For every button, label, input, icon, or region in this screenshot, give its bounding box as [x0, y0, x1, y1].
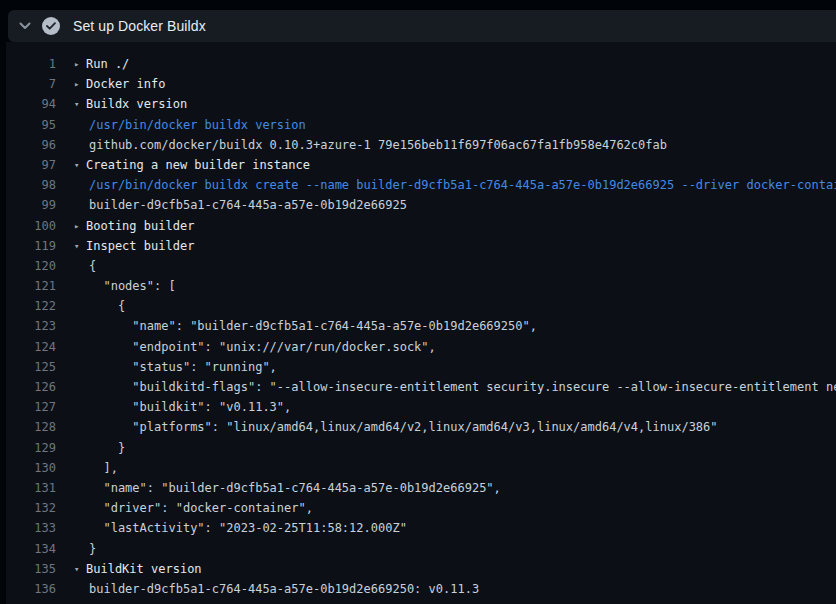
line-number[interactable]: 96 — [6, 135, 56, 155]
log-line: 130 ], — [6, 458, 836, 478]
log-command-text: /usr/bin/docker buildx version — [74, 115, 836, 135]
log-line: 129 } — [6, 438, 836, 458]
log-line: 126 "buildkitd-flags": "--allow-insecure… — [6, 377, 836, 397]
line-number[interactable]: 128 — [6, 417, 56, 437]
line-number[interactable]: 125 — [6, 357, 56, 377]
line-number[interactable]: 134 — [6, 539, 56, 559]
line-number[interactable]: 97 — [6, 155, 56, 175]
line-number[interactable]: 120 — [6, 256, 56, 276]
log-output-text: "endpoint": "unix:///var/run/docker.sock… — [74, 337, 836, 357]
chevron-right-icon: ▸ — [74, 54, 86, 74]
check-circle-icon — [42, 17, 60, 35]
log-group-toggle[interactable]: ▾Buildx version — [74, 94, 836, 114]
line-number[interactable]: 122 — [6, 296, 56, 316]
log-output-text: "name": "builder-d9cfb5a1-c764-445a-a57e… — [74, 316, 836, 336]
log-output-text: "lastActivity": "2023-02-25T11:58:12.000… — [74, 518, 836, 538]
log-container: 1▸Run ./7▸Docker info94▾Buildx version95… — [6, 42, 836, 604]
line-number[interactable]: 99 — [6, 195, 56, 215]
line-number[interactable]: 130 — [6, 458, 56, 478]
line-number[interactable]: 119 — [6, 236, 56, 256]
log-line: 96github.com/docker/buildx 0.10.3+azure-… — [6, 135, 836, 155]
line-number[interactable]: 131 — [6, 478, 56, 498]
line-number[interactable]: 136 — [6, 579, 56, 599]
log-group-title: Buildx version — [86, 97, 187, 111]
log-output-text: "buildkitd-flags": "--allow-insecure-ent… — [74, 377, 836, 397]
log-line: 98/usr/bin/docker buildx create --name b… — [6, 175, 836, 195]
log-output-text: "name": "builder-d9cfb5a1-c764-445a-a57e… — [74, 478, 836, 498]
log-line: 97▾Creating a new builder instance — [6, 155, 836, 175]
chevron-right-icon: ▸ — [74, 74, 86, 94]
log-output-text: { — [74, 296, 836, 316]
log-line: 7▸Docker info — [6, 74, 836, 94]
log-line: 128 "platforms": "linux/amd64,linux/amd6… — [6, 417, 836, 437]
step-title: Set up Docker Buildx — [73, 18, 206, 34]
log-line: 1▸Run ./ — [6, 54, 836, 74]
log-line: 135▾BuildKit version — [6, 559, 836, 579]
log-line: 131 "name": "builder-d9cfb5a1-c764-445a-… — [6, 478, 836, 498]
line-number[interactable]: 133 — [6, 518, 56, 538]
log-group-toggle[interactable]: ▾Creating a new builder instance — [74, 155, 836, 175]
line-number[interactable]: 98 — [6, 175, 56, 195]
log-line: 123 "name": "builder-d9cfb5a1-c764-445a-… — [6, 316, 836, 336]
line-number[interactable]: 95 — [6, 115, 56, 135]
log-line: 134} — [6, 539, 836, 559]
line-number[interactable]: 135 — [6, 559, 56, 579]
log-group-toggle[interactable]: ▸Run ./ — [74, 54, 836, 74]
log-line: 127 "buildkit": "v0.11.3", — [6, 397, 836, 417]
line-number[interactable]: 94 — [6, 94, 56, 114]
log-output-text: "platforms": "linux/amd64,linux/amd64/v2… — [74, 417, 836, 437]
log-output-text: { — [74, 256, 836, 276]
log-output-text: "driver": "docker-container", — [74, 498, 836, 518]
log-group-title: Creating a new builder instance — [86, 158, 310, 172]
log-group-title: BuildKit version — [86, 562, 202, 576]
log-line: 125 "status": "running", — [6, 357, 836, 377]
log-line: 100▸Booting builder — [6, 216, 836, 236]
log-group-title: Run ./ — [86, 57, 129, 71]
line-number[interactable]: 124 — [6, 337, 56, 357]
log-output-text: "buildkit": "v0.11.3", — [74, 397, 836, 417]
log-command-text: /usr/bin/docker buildx create --name bui… — [74, 175, 836, 195]
line-number[interactable]: 126 — [6, 377, 56, 397]
log-output-text: } — [74, 539, 836, 559]
log-output-text: builder-d9cfb5a1-c764-445a-a57e-0b19d2e6… — [74, 579, 836, 599]
log-output-text: ], — [74, 458, 836, 478]
line-number[interactable]: 127 — [6, 397, 56, 417]
log-line: 99builder-d9cfb5a1-c764-445a-a57e-0b19d2… — [6, 195, 836, 215]
log-line: 94▾Buildx version — [6, 94, 836, 114]
log-line: 132 "driver": "docker-container", — [6, 498, 836, 518]
line-number[interactable]: 100 — [6, 216, 56, 236]
log-group-toggle[interactable]: ▸Docker info — [74, 74, 836, 94]
log-output-text: } — [74, 438, 836, 458]
log-line: 136builder-d9cfb5a1-c764-445a-a57e-0b19d… — [6, 579, 836, 599]
log-group-toggle[interactable]: ▾BuildKit version — [74, 559, 836, 579]
log-line: 122 { — [6, 296, 836, 316]
step-header[interactable]: Set up Docker Buildx — [8, 10, 836, 42]
line-number[interactable]: 129 — [6, 438, 56, 458]
log-output-text: "nodes": [ — [74, 276, 836, 296]
chevron-down-icon[interactable] — [8, 22, 42, 30]
log-line: 124 "endpoint": "unix:///var/run/docker.… — [6, 337, 836, 357]
line-number[interactable]: 123 — [6, 316, 56, 336]
line-number[interactable]: 132 — [6, 498, 56, 518]
line-number[interactable]: 1 — [6, 54, 56, 74]
chevron-down-icon: ▾ — [74, 236, 86, 256]
log-line: 95/usr/bin/docker buildx version — [6, 115, 836, 135]
log-line: 119▾Inspect builder — [6, 236, 836, 256]
log-output-text: github.com/docker/buildx 0.10.3+azure-1 … — [74, 135, 836, 155]
log-group-title: Booting builder — [86, 219, 194, 233]
log-group-toggle[interactable]: ▸Booting builder — [74, 216, 836, 236]
line-number[interactable]: 121 — [6, 276, 56, 296]
log-output-text: builder-d9cfb5a1-c764-445a-a57e-0b19d2e6… — [74, 195, 836, 215]
chevron-down-icon: ▾ — [74, 155, 86, 175]
chevron-down-icon: ▾ — [74, 559, 86, 579]
log-group-toggle[interactable]: ▾Inspect builder — [74, 236, 836, 256]
line-number[interactable]: 7 — [6, 74, 56, 94]
log-line: 121 "nodes": [ — [6, 276, 836, 296]
log-group-title: Docker info — [86, 77, 165, 91]
chevron-right-icon: ▸ — [74, 216, 86, 236]
log-output-text: "status": "running", — [74, 357, 836, 377]
log-group-title: Inspect builder — [86, 239, 194, 253]
log-line: 120{ — [6, 256, 836, 276]
log-line: 133 "lastActivity": "2023-02-25T11:58:12… — [6, 518, 836, 538]
chevron-down-icon: ▾ — [74, 94, 86, 114]
